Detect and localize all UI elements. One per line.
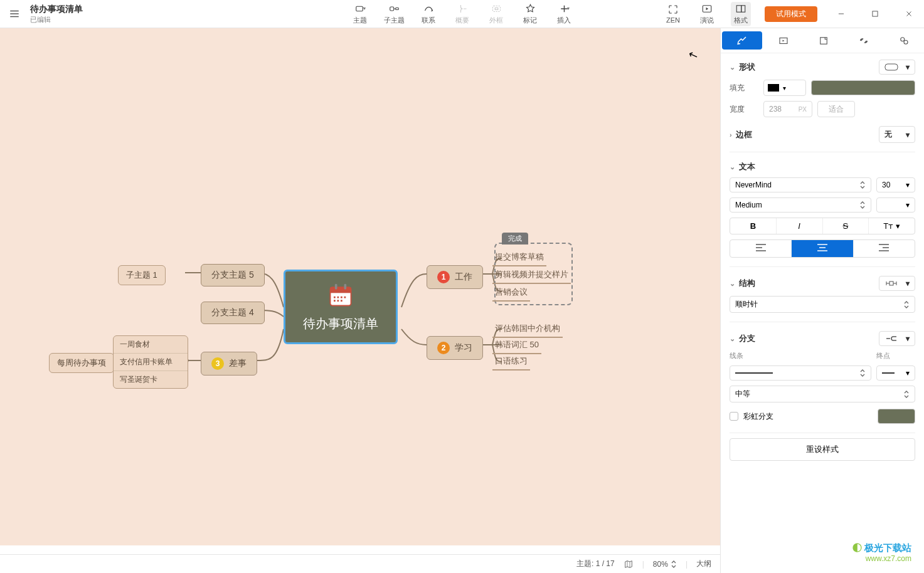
- align-center-button[interactable]: [792, 240, 853, 257]
- tab-canvas[interactable]: [763, 28, 804, 53]
- svg-point-23: [904, 40, 908, 44]
- tb-insert-label: 插入: [557, 16, 571, 25]
- sect-structure-label: 结构: [739, 278, 755, 288]
- fit-button[interactable]: 适合: [817, 101, 855, 117]
- tb-zen[interactable]: ZEN: [663, 4, 683, 24]
- subtopic-1[interactable]: 子主题 1: [118, 265, 166, 285]
- center-topic[interactable]: 待办事项清单: [284, 270, 398, 344]
- errand-item-2[interactable]: 写圣诞贺卡: [114, 371, 188, 388]
- errand-group[interactable]: 一周食材 支付信用卡账单 写圣诞贺卡: [113, 335, 188, 389]
- tb-topic[interactable]: ▾ 主题: [350, 3, 370, 25]
- fill-color-swatch[interactable]: [811, 80, 915, 95]
- tb-marker[interactable]: 标记: [520, 3, 540, 25]
- tb-present[interactable]: 演说: [697, 3, 717, 25]
- rainbow-checkbox[interactable]: [730, 412, 738, 421]
- endpoint-dropdown[interactable]: ▾: [876, 365, 915, 381]
- tab-style[interactable]: [722, 31, 762, 50]
- tb-present-label: 演说: [700, 16, 714, 25]
- font-family-dropdown[interactable]: NeverMind: [730, 177, 871, 192]
- close-button[interactable]: [899, 4, 919, 24]
- canvas[interactable]: 待办事项清单 分支主题 5 子主题 1 分支主题 4 3差事 每周待办事项 一周…: [0, 28, 720, 545]
- tb-summary-label: 概要: [455, 16, 469, 25]
- svg-rect-2: [396, 8, 399, 9]
- tb-marker-label: 标记: [523, 16, 537, 25]
- tab-info[interactable]: [884, 28, 924, 53]
- fill-mode-dropdown[interactable]: ▾: [763, 80, 806, 96]
- branch-color-swatch[interactable]: [878, 409, 915, 424]
- branch-study-label: 学习: [455, 342, 472, 354]
- border-selector[interactable]: 无▾: [879, 126, 915, 143]
- line-style-dropdown[interactable]: [730, 365, 871, 381]
- svg-rect-0: [356, 6, 363, 11]
- doc-subtitle: 已编辑: [30, 15, 83, 24]
- work-item-2[interactable]: 营销会议: [492, 285, 530, 302]
- branch-4[interactable]: 分支主题 4: [201, 302, 265, 324]
- center-topic-label: 待办事项清单: [303, 315, 378, 332]
- study-item-1[interactable]: 韩语词汇 50: [492, 338, 541, 354]
- tb-subtopic[interactable]: 子主题: [384, 3, 405, 25]
- tb-format[interactable]: 格式: [731, 2, 751, 26]
- textcase-button[interactable]: Tᴛ ▾: [869, 218, 915, 234]
- study-item-0[interactable]: 评估韩国中介机构: [492, 322, 563, 338]
- study-item-2[interactable]: 口语练习: [492, 354, 530, 371]
- calendar-icon: [327, 281, 354, 309]
- structure-selector[interactable]: ▾: [879, 276, 915, 291]
- doc-title: 待办事项清单: [30, 4, 83, 15]
- tab-link[interactable]: [844, 28, 884, 53]
- width-input[interactable]: 238PX: [763, 101, 812, 117]
- svg-rect-21: [820, 37, 827, 44]
- status-bar: 主题: 1 / 17 | 80% | 大纲: [0, 554, 720, 573]
- italic-button[interactable]: I: [777, 218, 823, 234]
- svg-rect-25: [889, 281, 893, 285]
- tb-zen-label: ZEN: [666, 16, 680, 24]
- errand-item-1[interactable]: 支付信用卡账单: [114, 354, 188, 371]
- shape-selector[interactable]: ▾: [879, 60, 915, 75]
- svg-rect-14: [337, 297, 339, 298]
- svg-rect-10: [331, 287, 351, 293]
- svg-rect-16: [344, 297, 346, 298]
- svg-rect-3: [492, 6, 500, 11]
- tb-topic-label: 主题: [353, 16, 367, 25]
- thickness-dropdown[interactable]: 中等: [730, 386, 915, 402]
- branch-work[interactable]: 1工作: [427, 265, 483, 289]
- weekly-todo[interactable]: 每周待办事项: [49, 353, 114, 373]
- tb-relation[interactable]: 联系: [418, 3, 438, 25]
- boundary-label[interactable]: 完成: [502, 233, 528, 244]
- structure-direction-dropdown[interactable]: 顺时针: [730, 296, 915, 313]
- zoom-control[interactable]: 80%: [653, 560, 677, 569]
- svg-rect-4: [495, 8, 498, 9]
- maximize-button[interactable]: [865, 4, 885, 24]
- errand-item-0[interactable]: 一周食材: [114, 336, 188, 354]
- bold-button[interactable]: B: [730, 218, 777, 234]
- tb-insert[interactable]: ▾ 插入: [554, 3, 574, 25]
- font-color-dropdown[interactable]: ▾: [876, 197, 915, 213]
- branch-5[interactable]: 分支主题 5: [201, 264, 265, 286]
- align-left-button[interactable]: [730, 240, 792, 257]
- tab-note[interactable]: [804, 28, 844, 53]
- reset-style-button[interactable]: 重设样式: [730, 438, 915, 461]
- svg-rect-7: [741, 5, 745, 12]
- svg-rect-24: [885, 64, 898, 70]
- strike-button[interactable]: S: [823, 218, 869, 234]
- cursor-icon: ↖: [686, 47, 700, 63]
- work-item-1[interactable]: 剪辑视频并提交样片: [492, 268, 571, 284]
- font-weight-dropdown[interactable]: Medium: [730, 197, 871, 213]
- branch-shape-selector[interactable]: ▾: [879, 331, 915, 346]
- tb-relation-label: 联系: [422, 16, 435, 25]
- svg-point-22: [901, 37, 905, 41]
- branch-errand-label: 差事: [229, 358, 247, 369]
- work-item-0[interactable]: 提交博客草稿: [492, 250, 546, 266]
- minimize-button[interactable]: [831, 4, 851, 24]
- font-size-dropdown[interactable]: 30▾: [876, 177, 915, 192]
- branch-errand[interactable]: 3差事: [201, 352, 257, 376]
- svg-rect-19: [341, 300, 343, 302]
- map-icon[interactable]: [624, 559, 634, 569]
- trial-button[interactable]: 试用模式: [765, 6, 817, 22]
- align-right-button[interactable]: [854, 240, 915, 257]
- sect-text-label: 文本: [739, 162, 755, 171]
- branch-study[interactable]: 2学习: [427, 336, 483, 360]
- outline-button[interactable]: 大纲: [696, 559, 711, 569]
- menu-button[interactable]: [5, 4, 24, 23]
- sect-shape-label: 形状: [739, 62, 755, 71]
- endpoint-label: 终点: [876, 351, 915, 360]
